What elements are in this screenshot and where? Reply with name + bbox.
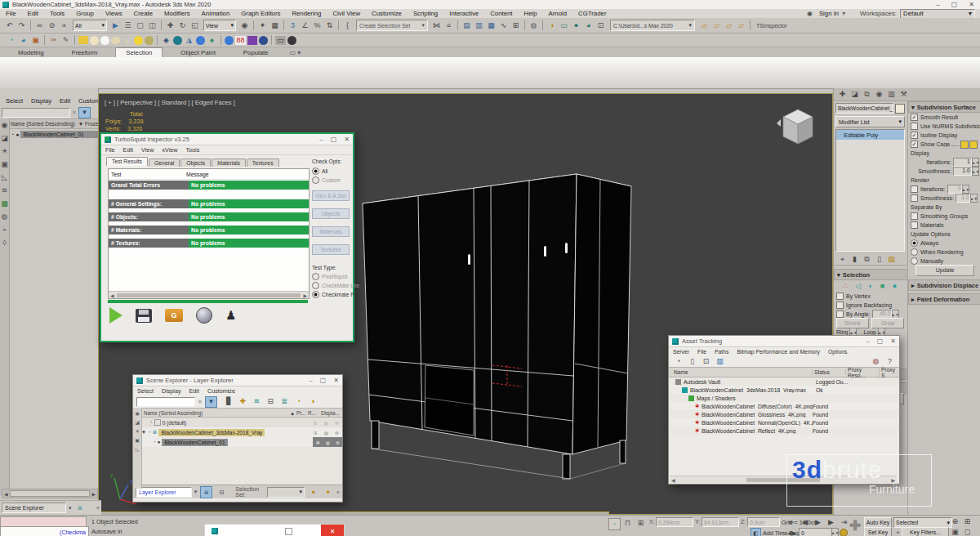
cage-color-swatch[interactable] — [960, 141, 969, 149]
selection-rollout-header[interactable]: ▾Selection — [834, 269, 906, 280]
plugin-icon[interactable] — [247, 36, 257, 45]
toggle-layer-explorer-icon[interactable]: ▥ — [474, 20, 484, 31]
light-icon[interactable] — [134, 36, 143, 45]
color-checker-icon[interactable]: 88 — [235, 36, 246, 45]
highlight-layer-icon[interactable]: ◑ — [307, 396, 318, 407]
display-groups-icon[interactable]: ▩ — [0, 199, 10, 209]
asset-row[interactable]: ∗ BlackWoodenCabinet_Diffuse(Color)_4K.p… — [669, 402, 899, 410]
ball-material-icon[interactable] — [225, 36, 234, 45]
selection-lock-icon[interactable]: ⊓ — [622, 518, 633, 529]
explorer-type-selector[interactable]: Layer Explorer — [136, 487, 192, 498]
menu-item[interactable]: File — [0, 10, 22, 17]
render-state-icon[interactable]: ◍ — [326, 440, 330, 445]
freeze-state-icon[interactable]: ✻ — [316, 440, 320, 445]
cage-selected-color-swatch[interactable] — [969, 141, 978, 149]
explorer-menu-item[interactable]: Select — [2, 97, 27, 105]
select-and-move-icon[interactable]: ✚ — [165, 20, 176, 31]
layer-checkbox[interactable] — [154, 419, 161, 426]
select-and-scale-icon[interactable]: ◱ — [189, 20, 200, 31]
add-to-layer-icon[interactable]: ≋ — [252, 396, 262, 407]
menu-item[interactable]: Edit — [22, 10, 44, 17]
selection-filter-select[interactable]: All▾ — [73, 20, 107, 31]
pixelsquid-ball-icon[interactable] — [196, 307, 212, 324]
strip-all-icon[interactable]: ◉ — [135, 410, 139, 416]
asset-proxy-s-column-header[interactable]: Proxy S — [880, 367, 899, 378]
strip-geometry-icon[interactable]: ◪ — [135, 419, 140, 425]
compass-helper-icon[interactable]: ◈ — [161, 35, 172, 46]
layer-explorer-title-bar[interactable]: Scene Explorer - Layer Explorer – ▢ ✕ — [133, 375, 342, 386]
layer-filter-funnel-icon[interactable]: ▼ — [205, 396, 217, 408]
materials-checkbox[interactable] — [911, 221, 918, 229]
modifier-list-dropdown[interactable]: Modifier List▾ — [835, 116, 905, 127]
pin-stack-icon[interactable]: ⌖ — [837, 254, 848, 265]
explorer-menu-item[interactable]: Edit — [56, 97, 74, 105]
asset-close-button[interactable]: ✕ — [890, 337, 896, 345]
render-iterations-checkbox[interactable] — [911, 185, 918, 193]
inspector-menu-item[interactable]: View — [137, 146, 158, 154]
y-coordinate-field[interactable]: 64.613cm — [702, 517, 739, 527]
menu-item[interactable]: Customize — [366, 10, 408, 17]
strip-lights-icon[interactable]: ☀ — [135, 428, 139, 434]
zoom-region-icon[interactable]: ◻ — [962, 527, 973, 536]
ribbon-tab-3[interactable]: Object Paint — [171, 48, 225, 57]
refresh-assets-icon[interactable]: ◔ — [673, 356, 684, 367]
render-production-icon[interactable]: ● — [571, 20, 581, 31]
project-folder-select[interactable]: C:\Users\d...s Max 2020▾ — [610, 20, 695, 31]
select-and-manipulate-icon[interactable]: ✦ — [257, 20, 268, 31]
asset-row[interactable]: ∗ BlackWoodenCabinet_Normal(OpenGL)_4K.p… — [669, 418, 899, 427]
checkmate-lite-radio[interactable] — [312, 282, 319, 289]
render-state-icon[interactable]: ◍ — [324, 430, 328, 436]
asset-row[interactable]: Maps / Shaders — [669, 394, 899, 402]
checkmate-agent-icon[interactable]: ♟ — [225, 308, 236, 323]
select-by-name-icon[interactable]: ☰ — [122, 20, 133, 31]
eye-icon[interactable]: ◔ — [149, 420, 153, 425]
use-pivot-center-icon[interactable]: ◉ — [239, 20, 250, 31]
geosphere-icon[interactable] — [145, 36, 154, 45]
display-cameras-icon[interactable]: ▣ — [0, 159, 10, 170]
filter-funnel-icon[interactable]: ▼ — [78, 107, 91, 118]
menu-item[interactable]: Graph Editors — [235, 10, 286, 17]
create-selection-set-select[interactable]: Create Selection Set▾ — [356, 20, 428, 31]
selector-caret-icon[interactable]: ▾ — [194, 489, 198, 495]
frozen-column-header[interactable]: ▼ Frozen — [78, 121, 99, 127]
render-smoothness-spinner[interactable]: ▲▼ — [970, 194, 978, 203]
zoom-icon[interactable]: ⊕ — [950, 516, 960, 527]
strip-helpers-icon[interactable]: ◺ — [136, 446, 140, 452]
render-teapot-icon[interactable]: ◍ — [871, 356, 881, 367]
inspector-menu-item[interactable]: Tools — [181, 146, 203, 154]
asset-maximize-button[interactable]: ▢ — [877, 337, 884, 345]
display-column-header[interactable]: Displa... — [321, 410, 342, 416]
create-tab-icon[interactable]: ✚ — [837, 89, 848, 100]
graphite-tools-icon[interactable]: ✑ — [48, 35, 59, 46]
make-current-icon[interactable]: ≣ — [279, 396, 290, 407]
play-animation-icon[interactable]: ▶ — [813, 517, 823, 528]
viewcube[interactable] — [775, 105, 817, 148]
set-key-button[interactable]: Set Key — [864, 527, 892, 536]
gen-aset-button[interactable]: Gen & A.Set — [312, 190, 350, 201]
layer-explorer-maximize-button[interactable]: ▢ — [320, 377, 327, 384]
visibility-eye-icon[interactable]: ◔ — [11, 132, 14, 137]
menu-item[interactable]: Arnold — [543, 10, 573, 17]
zoom-all-icon[interactable]: ⊞ — [962, 516, 973, 527]
materials-button[interactable]: Materials — [312, 226, 350, 237]
by-angle-checkbox[interactable] — [836, 310, 844, 318]
display-iterations-field[interactable]: 1 — [953, 158, 972, 167]
tsinspector-label[interactable]: TSInspector — [756, 23, 787, 29]
inspector-maximize-button[interactable]: ▢ — [331, 136, 337, 143]
border-mode-icon[interactable]: ◗ — [865, 281, 875, 292]
select-and-rotate-icon[interactable]: ↻ — [177, 20, 188, 31]
snap-toggle-icon[interactable]: 3 — [287, 20, 298, 31]
scroll-left-icon[interactable]: ◀ — [110, 293, 114, 298]
x-coordinate-field[interactable]: 0.294cm — [656, 517, 693, 527]
render-setup-icon[interactable]: ◑ — [546, 20, 557, 31]
go-to-start-icon[interactable]: ⇤ — [786, 517, 797, 528]
layer-explorer-menu-item[interactable]: Display — [158, 387, 185, 395]
inspector-menu-item[interactable]: Edit — [119, 146, 137, 154]
make-unique-icon[interactable]: ⧉ — [862, 254, 872, 265]
menu-item[interactable]: CGTrader — [572, 10, 612, 17]
print-state-icon[interactable]: ≋ — [314, 420, 318, 426]
menu-item[interactable]: Create — [128, 10, 158, 17]
asset-minimize-button[interactable]: – — [866, 337, 869, 345]
layer-row-label[interactable]: BlackWoodenCabinet_01 — [162, 439, 227, 446]
show-cage-checkbox[interactable]: ✓ — [911, 141, 918, 148]
